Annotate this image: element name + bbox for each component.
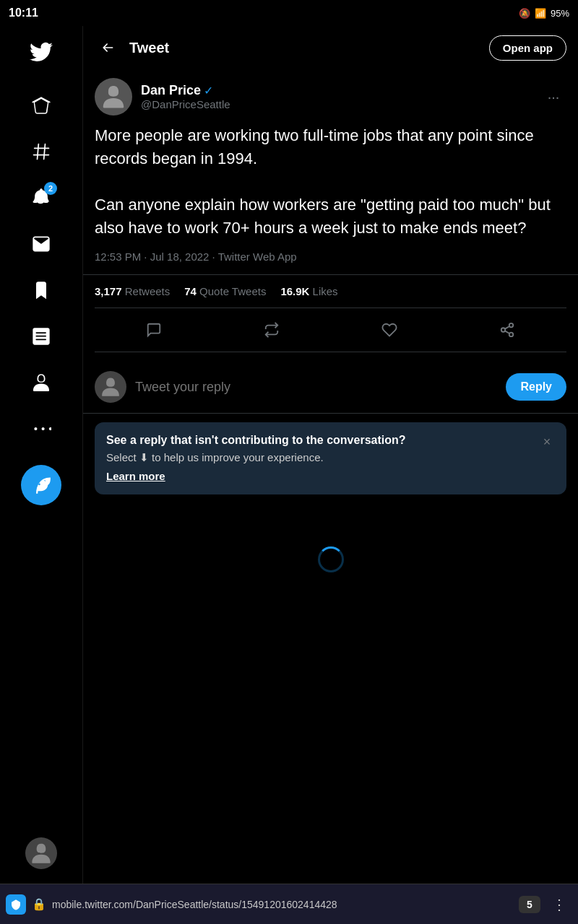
reply-avatar [95, 371, 126, 403]
svg-line-3 [505, 331, 509, 334]
sidebar-item-more[interactable] [20, 407, 63, 450]
sidebar-item-bookmarks[interactable] [20, 269, 63, 312]
retweet-count: 3,177 [95, 285, 122, 297]
svg-point-1 [501, 328, 506, 333]
browser-url[interactable]: mobile.twitter.com/DanPriceSeattle/statu… [52, 899, 513, 910]
browser-bar: 🔒 mobile.twitter.com/DanPriceSeattle/sta… [0, 884, 578, 924]
author-name-row: Dan Price ✓ [141, 83, 532, 98]
like-button[interactable] [372, 313, 407, 347]
tweet-header: Tweet Open app [83, 26, 578, 69]
twitter-logo[interactable] [24, 35, 59, 72]
sidebar-item-home[interactable] [20, 84, 63, 127]
sidebar-item-messages[interactable] [20, 222, 63, 266]
quote-label: Quote Tweets [199, 285, 266, 297]
retweet-label: Retweets [125, 285, 171, 297]
lock-icon: 🔒 [32, 897, 46, 911]
author-name[interactable]: Dan Price [141, 83, 201, 98]
reply-button[interactable]: Reply [506, 373, 566, 401]
likes-count: 16.9K [280, 285, 309, 297]
status-bar: 10:11 🔕 📶 95% [0, 0, 578, 26]
notifications-badge: 2 [44, 182, 57, 195]
quote-count: 74 [184, 285, 197, 297]
quote-stat[interactable]: 74 Quote Tweets [184, 285, 266, 297]
sidebar: 2 [0, 26, 83, 884]
banner-text: Select ⬇ to help us improve your experie… [106, 451, 555, 464]
author-handle[interactable]: @DanPriceSeattle [141, 98, 532, 110]
loading-spinner [318, 546, 344, 572]
shield-icon [6, 894, 26, 915]
wifi-icon: 📶 [535, 8, 546, 19]
banner-title: See a reply that isn't contributing to t… [106, 434, 555, 447]
author-avatar[interactable] [95, 78, 132, 116]
sidebar-item-explore[interactable] [20, 130, 63, 173]
retweet-stat[interactable]: 3,177 Retweets [95, 285, 170, 297]
svg-point-2 [509, 333, 514, 337]
tweet-timestamp: 12:53 PM · Jul 18, 2022 · Twitter Web Ap… [95, 250, 566, 263]
compose-button[interactable] [21, 465, 61, 505]
mute-icon: 🔕 [519, 8, 530, 19]
user-avatar[interactable] [25, 837, 57, 869]
back-button[interactable] [95, 35, 121, 61]
share-button[interactable] [490, 313, 525, 347]
status-time: 10:11 [9, 6, 38, 19]
more-options-button[interactable]: ··· [540, 84, 566, 110]
likes-stat[interactable]: 16.9K Likes [280, 285, 337, 297]
tweet-stats: 3,177 Retweets 74 Quote Tweets 16.9K Lik… [95, 275, 566, 308]
tweet-actions [95, 308, 566, 352]
verified-icon: ✓ [204, 84, 213, 97]
browser-menu-button[interactable]: ⋮ [546, 893, 572, 916]
comment-button[interactable] [137, 313, 171, 347]
page-title: Tweet [129, 40, 480, 56]
likes-label: Likes [313, 285, 338, 297]
tweet-body: Dan Price ✓ @DanPriceSeattle ··· More pe… [83, 69, 578, 361]
status-icons: 🔕 📶 95% [519, 8, 569, 19]
loading-area [83, 503, 578, 720]
reply-input[interactable] [135, 380, 497, 395]
battery-text: 95% [551, 8, 569, 19]
author-info: Dan Price ✓ @DanPriceSeattle [141, 83, 532, 110]
main-content: Tweet Open app Dan Price ✓ @DanPriceSea [83, 26, 578, 884]
info-banner: See a reply that isn't contributing to t… [95, 422, 566, 494]
tweet-paragraph-1: More people are working two full-time jo… [95, 124, 566, 170]
sidebar-item-lists[interactable] [20, 315, 63, 358]
svg-line-4 [505, 326, 509, 329]
banner-close-button[interactable]: × [536, 431, 558, 453]
tweet-text: More people are working two full-time jo… [95, 124, 566, 239]
retweet-button[interactable] [254, 313, 289, 347]
sidebar-item-notifications[interactable]: 2 [20, 176, 63, 219]
app-layout: 2 [0, 26, 578, 884]
learn-more-link[interactable]: Learn more [106, 470, 165, 482]
open-app-button[interactable]: Open app [489, 35, 566, 61]
browser-tabs[interactable]: 5 [519, 896, 540, 913]
tweet-paragraph-2: Can anyone explain how workers are "gett… [95, 193, 566, 240]
svg-point-0 [509, 323, 514, 328]
reply-box: Reply [83, 361, 578, 414]
sidebar-item-profile[interactable] [20, 361, 63, 404]
tweet-author: Dan Price ✓ @DanPriceSeattle ··· [95, 78, 566, 116]
